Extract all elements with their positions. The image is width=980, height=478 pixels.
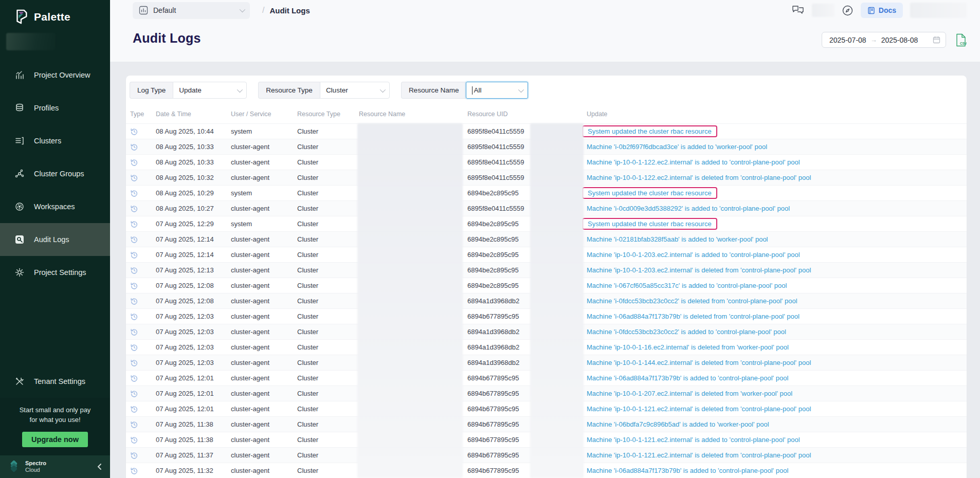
- spectro-cloud-logo-icon: [7, 460, 21, 473]
- log-type-label: Log Type: [130, 82, 173, 99]
- cell-user-service: cluster-agent: [227, 374, 293, 382]
- workspaces-icon: [14, 201, 25, 212]
- date-to: 2025-08-08: [881, 36, 918, 44]
- cell-datetime: 08 Aug 2025, 10:32: [152, 174, 227, 181]
- cell-update: Machine 'ip-10-0-1-144.ec2.internal' is …: [583, 359, 967, 366]
- history-icon: [130, 266, 138, 274]
- feedback-chat-icon[interactable]: [792, 5, 805, 16]
- blurred-topbar-item: [812, 4, 834, 17]
- resource-type-label: Resource Type: [258, 82, 320, 99]
- range-arrow-icon: →: [870, 36, 877, 44]
- sidebar-item-cluster-groups[interactable]: Cluster Groups: [0, 157, 110, 190]
- history-icon: [130, 220, 138, 228]
- update-message[interactable]: Machine 'i-02181bfab328f5aab' is added t…: [587, 235, 768, 243]
- update-message[interactable]: Machine 'ip-10-0-1-122.ec2.internal' is …: [587, 158, 800, 166]
- update-message[interactable]: Machine 'i-0fdcc53bcb23c0cc2' is deleted…: [587, 297, 797, 305]
- sidebar-item-clusters[interactable]: Clusters: [0, 124, 110, 157]
- update-message[interactable]: Machine 'i-06bdfa7c9c896b5ad' is added t…: [587, 420, 769, 428]
- update-message[interactable]: System updated the cluster rbac resource: [583, 218, 717, 230]
- cell-resource-type: Cluster: [293, 451, 355, 459]
- project-scope-selector[interactable]: Default: [133, 2, 250, 19]
- history-icon: [130, 451, 138, 459]
- date-range-picker[interactable]: 2025-07-08 → 2025-08-08: [822, 32, 946, 48]
- chevron-down-icon: [518, 86, 524, 92]
- update-message[interactable]: System updated the cluster rbac resource: [583, 125, 717, 137]
- update-message[interactable]: Machine 'ip-10-0-1-207.ec2.internal' is …: [587, 390, 792, 397]
- gear-icon: [14, 267, 25, 278]
- cell-resource-type: Cluster: [293, 374, 355, 382]
- cell-datetime: 07 Aug 2025, 12:01: [152, 390, 227, 397]
- filter-resource-name: Resource Name All: [401, 82, 529, 99]
- history-icon: [130, 297, 138, 305]
- update-message[interactable]: System updated the cluster rbac resource: [583, 187, 717, 199]
- scope-selector-value: Default: [153, 6, 176, 14]
- cell-user-service: cluster-agent: [227, 343, 293, 351]
- col-header-resource-uid: Resource UID: [463, 111, 583, 118]
- cell-datetime: 07 Aug 2025, 12:01: [152, 374, 227, 382]
- col-header-update: Update: [583, 111, 967, 118]
- update-message[interactable]: Machine 'i-067cf605a85cc317c' is added t…: [587, 282, 787, 289]
- cell-resource-type: Cluster: [293, 251, 355, 259]
- cell-user-service: cluster-agent: [227, 282, 293, 289]
- update-message[interactable]: Machine 'ip-10-0-1-16.ec2.internal' is d…: [587, 343, 789, 351]
- update-message[interactable]: Machine 'ip-10-0-1-121.ec2.internal' is …: [587, 405, 811, 413]
- sidebar-item-label: Audit Logs: [34, 235, 69, 244]
- bar-chart-icon: [14, 70, 25, 80]
- history-icon: [130, 189, 138, 197]
- sidebar-item-project-settings[interactable]: Project Settings: [0, 256, 110, 289]
- update-message[interactable]: Machine 'i-06ad884a7f173b79b' is added t…: [587, 467, 788, 474]
- sidebar-item-label: Clusters: [34, 137, 61, 145]
- csv-download-icon[interactable]: CSV: [955, 33, 967, 47]
- update-message[interactable]: Machine 'i-0cd009e3dd5388292' is added t…: [587, 205, 790, 212]
- upgrade-promo: Start small and only pay for what you us…: [0, 398, 110, 455]
- cell-resource-type: Cluster: [293, 297, 355, 305]
- blurred-topbar-item: [910, 3, 967, 18]
- blurred-resource-uid-tail: [530, 123, 584, 478]
- sidebar-item-workspaces[interactable]: Workspaces: [0, 190, 110, 223]
- update-message[interactable]: Machine 'i-0b2f697f6dbcad3ce' is added t…: [587, 143, 767, 151]
- cell-datetime: 07 Aug 2025, 12:14: [152, 251, 227, 259]
- docs-button[interactable]: Docs: [861, 3, 903, 18]
- sidebar-item-project-overview[interactable]: Project Overview: [0, 59, 110, 91]
- update-message[interactable]: Machine 'ip-10-0-1-144.ec2.internal' is …: [587, 359, 811, 366]
- cell-datetime: 07 Aug 2025, 12:01: [152, 405, 227, 413]
- cell-resource-type: Cluster: [293, 390, 355, 397]
- content-area: Log Type Update Resource Type Cluster Re…: [110, 62, 980, 478]
- filter-resource-type: Resource Type Cluster: [258, 82, 390, 99]
- history-icon: [130, 174, 138, 182]
- sidebar-item-label: Profiles: [34, 104, 59, 112]
- log-type-select[interactable]: Update: [173, 82, 247, 99]
- update-message[interactable]: Machine 'ip-10-0-1-122.ec2.internal' is …: [587, 174, 811, 181]
- history-icon: [130, 158, 138, 167]
- cell-resource-type: Cluster: [293, 467, 355, 474]
- cell-datetime: 08 Aug 2025, 10:27: [152, 205, 227, 212]
- cell-user-service: cluster-agent: [227, 174, 293, 181]
- resource-name-select[interactable]: All: [466, 82, 528, 99]
- resource-type-select[interactable]: Cluster: [320, 82, 390, 99]
- chevron-down-icon: [380, 86, 386, 92]
- cell-update: Machine 'ip-10-0-1-121.ec2.internal' is …: [583, 405, 967, 413]
- cell-user-service: system: [227, 220, 293, 228]
- cell-user-service: cluster-agent: [227, 390, 293, 397]
- update-message[interactable]: Machine 'ip-10-0-1-203.ec2.internal' is …: [587, 266, 811, 274]
- collapse-sidebar-button[interactable]: [97, 463, 102, 470]
- update-message[interactable]: Machine 'i-0fdcc53bcb23c0cc2' is added t…: [587, 328, 786, 336]
- update-message[interactable]: Machine 'i-06ad884a7f173b79b' is deleted…: [587, 312, 800, 320]
- upgrade-now-button[interactable]: Upgrade now: [22, 432, 88, 447]
- update-message[interactable]: Machine 'i-06ad884a7f173b79b' is added t…: [587, 374, 788, 382]
- update-message[interactable]: Machine 'ip-10-0-1-121.ec2.internal' is …: [587, 451, 811, 459]
- cell-resource-type: Cluster: [293, 405, 355, 413]
- cell-user-service: cluster-agent: [227, 467, 293, 474]
- cell-update: Machine 'i-06ad884a7f173b79b' is added t…: [583, 467, 967, 474]
- sidebar-item-tenant-settings[interactable]: Tenant Settings: [0, 365, 110, 398]
- date-from: 2025-07-08: [829, 36, 866, 44]
- sidebar-item-audit-logs[interactable]: Audit Logs: [0, 223, 110, 256]
- history-icon: [130, 235, 138, 244]
- update-message[interactable]: Machine 'ip-10-0-1-203.ec2.internal' is …: [587, 251, 800, 259]
- compass-icon[interactable]: [842, 5, 854, 16]
- cell-update: System updated the cluster rbac resource: [583, 218, 967, 230]
- cell-update: Machine 'ip-10-0-1-122.ec2.internal' is …: [583, 174, 967, 181]
- sidebar-item-profiles[interactable]: Profiles: [0, 91, 110, 124]
- update-message[interactable]: Machine 'ip-10-0-1-121.ec2.internal' is …: [587, 436, 800, 444]
- breadcrumb-current: Audit Logs: [269, 6, 310, 15]
